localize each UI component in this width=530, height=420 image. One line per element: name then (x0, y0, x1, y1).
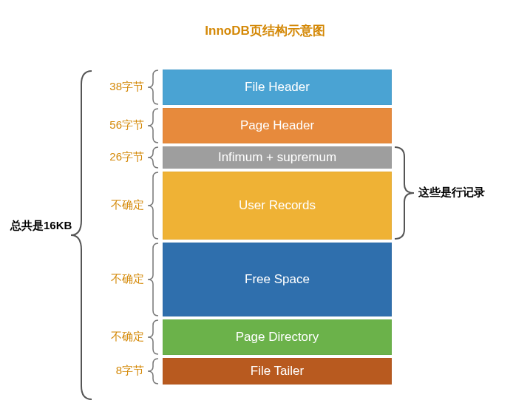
section-block-6: File Tailer (163, 358, 392, 385)
size-label-1: 56字节 (103, 118, 144, 132)
mini-brace-icon-5 (148, 319, 158, 355)
mini-brace-icon-0 (148, 70, 158, 105)
size-label-4: 不确定 (103, 272, 144, 286)
row-records-label: 这些是行记录 (418, 186, 485, 200)
section-block-2: Infimum + supremum (163, 146, 392, 169)
mini-brace-icon-6 (148, 358, 158, 385)
total-size-label: 总共是16KB (10, 219, 72, 233)
size-label-5: 不确定 (103, 330, 144, 344)
mini-brace-icon-3 (148, 172, 158, 240)
mini-brace-icon-2 (148, 146, 158, 169)
size-label-6: 8字节 (103, 364, 144, 378)
mini-brace-icon-4 (148, 243, 158, 316)
right-brace-icon (395, 146, 414, 240)
size-label-3: 不确定 (103, 198, 144, 212)
size-label-2: 26字节 (103, 150, 144, 164)
section-block-1: Page Header (163, 108, 392, 143)
section-block-3: User Records (163, 172, 392, 240)
section-block-5: Page Directory (163, 319, 392, 355)
size-label-0: 38字节 (103, 80, 144, 94)
page-structure-blocks: File HeaderPage HeaderInfimum + supremum… (163, 70, 392, 387)
left-brace-icon (71, 70, 92, 401)
section-block-4: Free Space (163, 243, 392, 316)
mini-brace-icon-1 (148, 108, 158, 143)
section-block-0: File Header (163, 70, 392, 105)
diagram-title: InnoDB页结构示意图 (0, 22, 530, 39)
